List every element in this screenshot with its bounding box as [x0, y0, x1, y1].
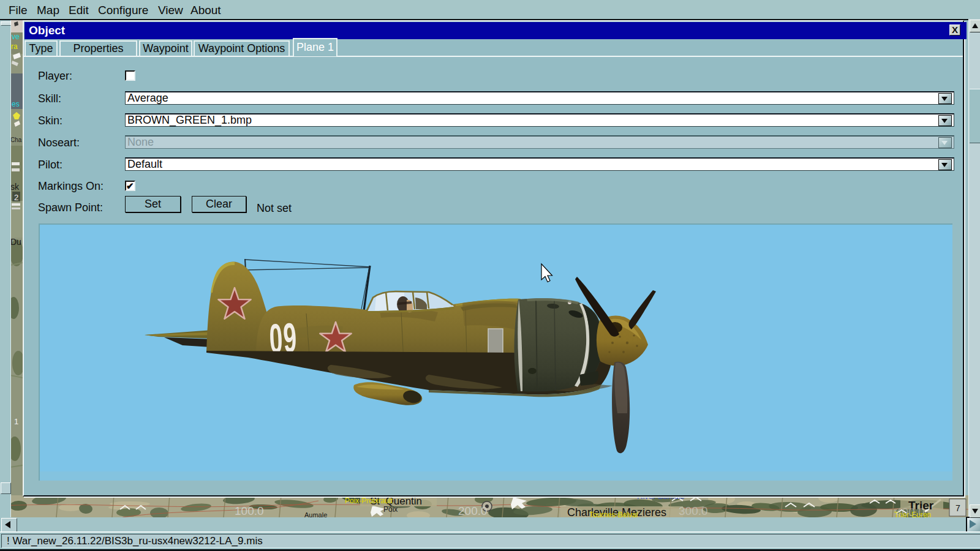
svg-text:Aumale: Aumale	[304, 511, 327, 517]
svg-text:200.0: 200.0	[458, 504, 488, 517]
svg-text:ve: ve	[12, 32, 20, 41]
svg-text:Poix-Proixrault: Poix-Proixrault	[345, 497, 393, 505]
svg-text:400.0: 400.0	[895, 506, 925, 517]
svg-text:sk: sk	[10, 182, 20, 192]
svg-text:Tournes-Belval: Tournes-Belval	[589, 511, 638, 517]
svg-text:es: es	[12, 100, 20, 108]
svg-text:300.0: 300.0	[679, 504, 708, 517]
svg-text:Du: Du	[10, 237, 21, 247]
svg-text:1: 1	[14, 417, 18, 426]
svg-text:100.0: 100.0	[235, 504, 264, 517]
svg-text:ra: ra	[11, 42, 18, 51]
svg-text:7: 7	[956, 503, 960, 513]
svg-text:Poix: Poix	[383, 505, 398, 514]
svg-text:Cha: Cha	[10, 137, 22, 143]
svg-text:2: 2	[14, 193, 18, 202]
